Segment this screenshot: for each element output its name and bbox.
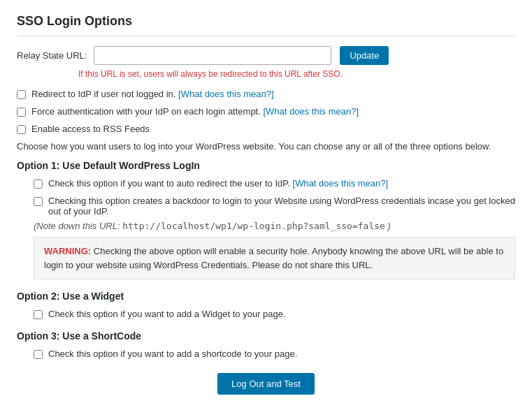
redirect-idp-label: Redirect to IdP if user not logged in. […: [31, 89, 274, 99]
relay-state-row: Relay State URL: Update: [17, 46, 515, 65]
widget-checkbox[interactable]: [34, 310, 43, 319]
choose-text: Choose how you want users to log into yo…: [17, 141, 515, 152]
relay-state-input[interactable]: [94, 46, 331, 65]
shortcode-row: Check this option if you want to add a s…: [34, 349, 515, 359]
warning-label: WARNING:: [44, 246, 91, 256]
auto-redirect-link[interactable]: [What does this mean?]: [293, 178, 389, 189]
logout-test-button[interactable]: Log Out and Test: [217, 373, 315, 395]
redirect-idp-checkbox[interactable]: [17, 90, 26, 99]
backdoor-checkbox[interactable]: [34, 197, 43, 206]
shortcode-checkbox[interactable]: [34, 350, 43, 359]
relay-state-label: Relay State URL:: [17, 50, 87, 61]
option3-section: Option 3: Use a ShortCode Check this opt…: [17, 330, 515, 359]
backdoor-label: Checking this option creates a backdoor …: [48, 196, 515, 217]
backdoor-url: http://localhost/wp1/wp-login.php?saml_s…: [122, 221, 385, 231]
redirect-idp-link[interactable]: [What does this mean?]: [178, 89, 274, 99]
rss-feeds-row: Enable access to RSS Feeds: [17, 124, 515, 134]
force-auth-checkbox[interactable]: [17, 108, 26, 117]
force-auth-row: Force authentication with your IdP on ea…: [17, 106, 515, 117]
auto-redirect-checkbox[interactable]: [34, 179, 43, 189]
option2-section: Option 2: Use a Widget Check this option…: [17, 291, 515, 319]
page-title: SSO Login Options: [17, 14, 515, 36]
auto-redirect-row: Check this option if you want to auto re…: [34, 178, 515, 189]
option1-heading: Option 1: Use Default WordPress LogIn: [17, 160, 515, 171]
warning-text: Checking the above option will enable a …: [44, 246, 503, 270]
update-button[interactable]: Update: [340, 46, 389, 65]
option3-heading: Option 3: Use a ShortCode: [17, 330, 515, 342]
redirect-idp-row: Redirect to IdP if user not logged in. […: [17, 89, 515, 99]
option1-section: Option 1: Use Default WordPress LogIn Ch…: [17, 160, 515, 279]
shortcode-label: Check this option if you want to add a s…: [48, 349, 297, 359]
warning-box: WARNING: Checking the above option will …: [34, 237, 515, 279]
backdoor-row: Checking this option creates a backdoor …: [34, 196, 515, 217]
widget-row: Check this option if you want to add a W…: [34, 309, 515, 319]
backdoor-note: (Note down this URL: http://localhost/wp…: [34, 221, 515, 231]
widget-label: Check this option if you want to add a W…: [48, 309, 286, 319]
force-auth-label: Force authentication with your IdP on ea…: [31, 106, 359, 117]
rss-feeds-label: Enable access to RSS Feeds: [31, 124, 150, 134]
auto-redirect-label: Check this option if you want to auto re…: [48, 178, 388, 189]
logout-btn-wrapper: Log Out and Test: [17, 373, 515, 395]
rss-feeds-checkbox[interactable]: [17, 125, 26, 134]
relay-state-hint: If this URL is set, users will always be…: [78, 69, 515, 79]
option2-heading: Option 2: Use a Widget: [17, 291, 515, 302]
force-auth-link[interactable]: [What does this mean?]: [263, 106, 359, 117]
